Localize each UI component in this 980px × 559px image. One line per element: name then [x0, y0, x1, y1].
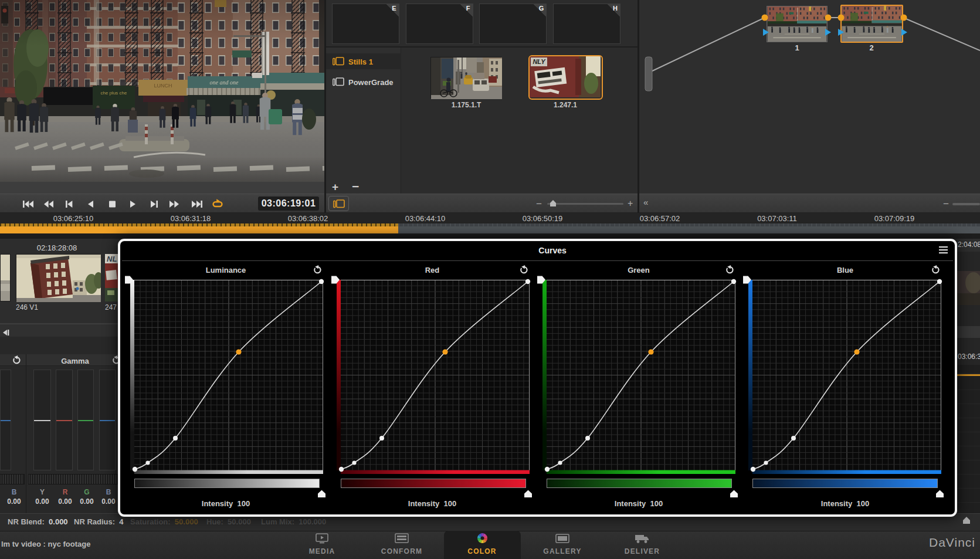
svg-text:NL: NL [107, 255, 117, 263]
svg-text:NLY: NLY [533, 58, 546, 65]
